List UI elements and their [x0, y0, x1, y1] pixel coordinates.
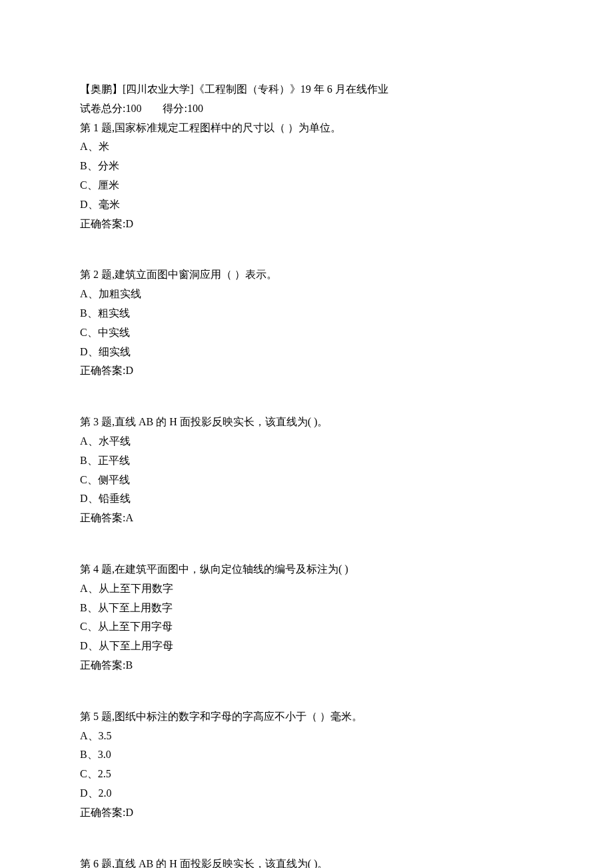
total-score-value: 100	[125, 103, 141, 114]
question-answer: 正确答案:A	[80, 509, 533, 528]
question-block: 第 1 题,国家标准规定工程图样中的尺寸以（ ）为单位。 A、米 B、分米 C、…	[80, 119, 533, 234]
question-option: C、从上至下用字母	[80, 617, 533, 637]
question-answer: 正确答案:D	[80, 215, 533, 234]
question-prompt: 第 4 题,在建筑平面图中，纵向定位轴线的编号及标注为( )	[80, 560, 533, 579]
question-prompt: 第 1 题,国家标准规定工程图样中的尺寸以（ ）为单位。	[80, 119, 533, 138]
question-prompt: 第 5 题,图纸中标注的数字和字母的字高应不小于（ ）毫米。	[80, 707, 533, 727]
question-option: B、从下至上用数字	[80, 599, 533, 618]
question-prompt: 第 3 题,直线 AB 的 H 面投影反映实长，该直线为( )。	[80, 413, 533, 432]
question-option: A、3.5	[80, 727, 533, 746]
document-title: 【奥鹏】[四川农业大学]《工程制图（专科）》19 年 6 月在线作业	[80, 80, 533, 99]
question-option: A、加粗实线	[80, 285, 533, 304]
question-answer: 正确答案:D	[80, 803, 533, 823]
question-option: B、正平线	[80, 451, 533, 471]
question-block: 第 4 题,在建筑平面图中，纵向定位轴线的编号及标注为( ) A、从上至下用数字…	[80, 560, 533, 675]
question-option: A、从上至下用数字	[80, 579, 533, 599]
question-block: 第 3 题,直线 AB 的 H 面投影反映实长，该直线为( )。 A、水平线 B…	[80, 413, 533, 528]
question-option: D、2.0	[80, 784, 533, 803]
question-prompt: 第 6 题,直线 AB 的 H 面投影反映实长，该直线为( )。	[80, 855, 533, 869]
question-option: D、细实线	[80, 343, 533, 362]
question-option: D、铅垂线	[80, 489, 533, 509]
score-line: 试卷总分:100得分:100	[80, 99, 533, 119]
question-prompt: 第 2 题,建筑立面图中窗洞应用（ ）表示。	[80, 265, 533, 285]
question-option: A、米	[80, 137, 533, 157]
question-option: C、中实线	[80, 323, 533, 343]
question-answer: 正确答案:D	[80, 361, 533, 381]
question-block: 第 5 题,图纸中标注的数字和字母的字高应不小于（ ）毫米。 A、3.5 B、3…	[80, 707, 533, 823]
question-option: D、从下至上用字母	[80, 637, 533, 656]
question-option: B、分米	[80, 157, 533, 176]
question-option: C、2.5	[80, 765, 533, 784]
question-option: C、厘米	[80, 176, 533, 195]
question-option: B、3.0	[80, 745, 533, 765]
question-option: D、毫米	[80, 195, 533, 215]
question-block: 第 6 题,直线 AB 的 H 面投影反映实长，该直线为( )。 A、水平线	[80, 855, 533, 869]
question-answer: 正确答案:B	[80, 656, 533, 675]
question-block: 第 2 题,建筑立面图中窗洞应用（ ）表示。 A、加粗实线 B、粗实线 C、中实…	[80, 265, 533, 381]
document-page: 【奥鹏】[四川农业大学]《工程制图（专科）》19 年 6 月在线作业 试卷总分:…	[0, 0, 613, 868]
question-option: A、水平线	[80, 432, 533, 451]
total-score-label: 试卷总分:	[80, 103, 125, 114]
question-option: C、侧平线	[80, 471, 533, 490]
gain-score-value: 100	[187, 103, 203, 114]
gain-score-label: 得分:	[163, 103, 187, 114]
question-option: B、粗实线	[80, 304, 533, 323]
